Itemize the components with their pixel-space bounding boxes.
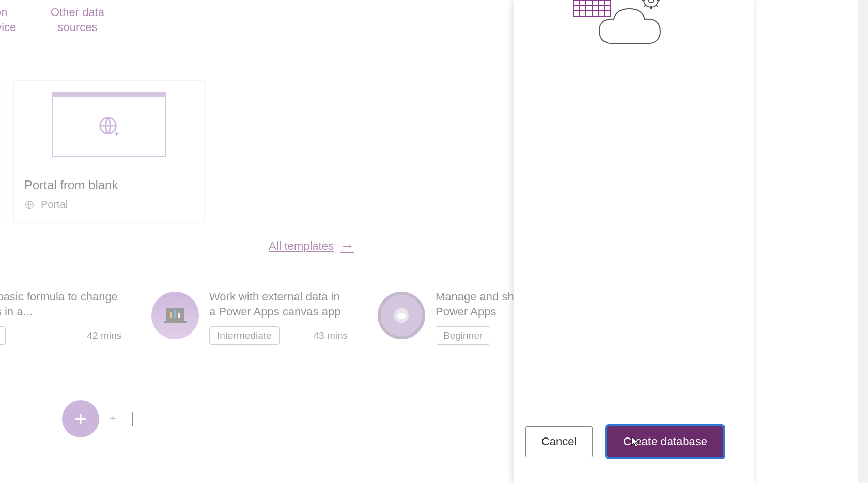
globe-icon (24, 200, 35, 210)
template-card-blank-app[interactable]: + n app from blank en app (0, 80, 1, 222)
grid-gear-cloud-icon (574, 0, 660, 44)
learn-icon (151, 292, 199, 339)
tab-other-data-sources[interactable]: Other data sources (45, 0, 110, 35)
level-badge: Intermediate (209, 326, 280, 345)
create-database-button[interactable]: Create database (607, 426, 723, 457)
tab-text-line2: sources (57, 21, 97, 34)
svg-rect-6 (170, 312, 172, 318)
all-templates-text: All templates (269, 239, 334, 253)
card-body: n app from blank en app (0, 169, 1, 222)
data-source-tabs: on ervice Other data sources (0, 0, 110, 35)
learn-title: Author a basic formula to change propert… (0, 290, 121, 319)
template-card-portal-blank[interactable]: + Portal from blank Portal (13, 80, 205, 222)
globe-plus-icon: + (97, 115, 121, 139)
tab-text-line1: on (0, 6, 7, 19)
card-preview: + (14, 81, 204, 169)
text-cursor (132, 412, 133, 426)
tab-text-line1: Other data (51, 6, 104, 19)
learn-title: Work with external data in a Power Apps … (209, 290, 348, 319)
all-templates-link[interactable]: All templates → (269, 238, 354, 254)
svg-point-21 (648, 0, 654, 3)
card-preview: + (0, 81, 1, 169)
svg-rect-10 (397, 313, 406, 319)
learn-card-formula[interactable]: Author a basic formula to change propert… (0, 290, 121, 345)
vertical-scrollbar[interactable] (858, 0, 868, 483)
svg-point-20 (644, 0, 658, 7)
tab-service[interactable]: on ervice (0, 0, 33, 35)
template-cards-row: + n app from blank en app + (0, 80, 205, 222)
level-badge: Beginner (436, 326, 490, 345)
card-sub-text: Portal (41, 199, 68, 210)
cancel-button[interactable]: Cancel (525, 426, 593, 457)
card-body: Portal from blank Portal (14, 169, 204, 222)
plus-small-icon: + (110, 412, 116, 426)
learn-duration: 42 mins (87, 330, 121, 341)
svg-line-27 (656, 5, 658, 7)
preview-window: + (52, 92, 166, 157)
card-subtitle-row: Portal (24, 199, 194, 210)
mouse-cursor-icon (631, 436, 640, 448)
svg-rect-7 (174, 310, 176, 318)
main-dimmed-content: on ervice Other data sources + (0, 0, 514, 483)
svg-line-29 (644, 5, 646, 7)
learn-icon (378, 292, 425, 339)
arrow-right-icon: → (340, 238, 354, 254)
learn-meta: Beginner 42 mins (0, 326, 121, 345)
circle-app-icon (390, 304, 413, 327)
add-app-button[interactable]: + (62, 400, 99, 437)
svg-rect-8 (178, 313, 180, 318)
panel-illustration (568, 0, 682, 62)
learning-cards-row: Author a basic formula to change propert… (0, 290, 574, 345)
add-app-row: + + (62, 400, 133, 437)
tab-text-line2: ervice (0, 21, 16, 34)
laptop-chart-icon (163, 306, 188, 325)
learn-meta: Intermediate 43 mins (209, 326, 348, 345)
create-database-panel: Cancel Create database (514, 0, 754, 483)
learn-card-external-data[interactable]: Work with external data in a Power Apps … (151, 290, 348, 345)
learn-duration: 43 mins (313, 330, 348, 341)
level-badge: Beginner (0, 326, 6, 345)
panel-footer: Cancel Create database (525, 426, 723, 457)
svg-text:+: + (114, 128, 119, 139)
svg-rect-5 (164, 321, 187, 323)
card-title: Portal from blank (24, 178, 194, 192)
